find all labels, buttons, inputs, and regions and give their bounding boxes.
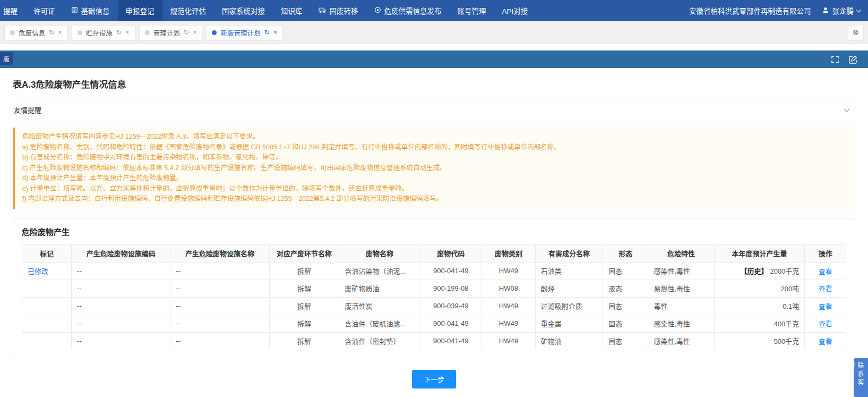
nav-item-standard-assess[interactable]: 规范化评估 [162, 0, 214, 21]
col-header-harmful: 有害成分名称 [535, 244, 603, 262]
cell-facility-name: -- [170, 315, 269, 332]
cell-facility-code: -- [72, 297, 170, 315]
view-link[interactable]: 查看 [819, 285, 832, 293]
refresh-icon[interactable]: ↻ [49, 29, 54, 36]
cell-category: HW08 [482, 280, 535, 297]
nav-item-account-manage[interactable]: 账号管理 [450, 0, 494, 21]
nav-item-license[interactable]: 许可证 [25, 0, 63, 21]
cell-form: 固态 [603, 262, 648, 280]
nav-item-knowledge-base[interactable]: 知识库 [273, 0, 311, 21]
tab-label: 新版管理计划 [220, 28, 260, 38]
cell-action: 查看 [805, 297, 846, 315]
close-icon[interactable]: × [193, 29, 196, 36]
tab-new-management-plan[interactable]: 新版管理计划 ↻ × [206, 25, 283, 40]
fullscreen-icon[interactable] [831, 55, 839, 64]
tab-label: 危废信息 [19, 28, 45, 38]
col-header-action: 操作 [805, 244, 846, 262]
nav-item-basic-info[interactable]: 基础信息 [63, 0, 118, 21]
amount-value: 2000千克 [770, 267, 799, 275]
close-icon[interactable]: × [58, 29, 62, 36]
view-link[interactable]: 查看 [819, 302, 832, 310]
user-name: 张龙腾 [832, 5, 854, 16]
notice-line: c) 产生危险废物设施名称和编码：依据本标准第 5.4.2 部分填写的生产设施名… [22, 163, 848, 174]
nav-item-label: 知识库 [281, 5, 303, 16]
version-tag[interactable]: 版 [0, 52, 13, 65]
table-row: -- -- 拆解 含油件（密封垫） 900-041-49 HW49 矿物油 固态… [22, 332, 846, 350]
cell-waste-code: 900-039-49 [420, 297, 482, 315]
nav-item-label: 账号管理 [458, 5, 486, 16]
cell-stage: 拆解 [269, 332, 339, 350]
nav-item-reminder[interactable]: 提醒 [0, 0, 25, 21]
amount-value: 400千克 [774, 320, 800, 328]
main-content: 表A.3危险废物产生情况信息 友情提醒 危险废物产生情况填写内容参见HJ 125… [0, 68, 868, 397]
cell-amount: 【历史】2000千克 [714, 262, 805, 280]
amount-value: 0.1吨 [783, 302, 799, 310]
truck-icon [319, 6, 326, 15]
col-header-category: 废物类别 [482, 244, 535, 262]
refresh-icon[interactable]: ↻ [264, 29, 269, 36]
view-link[interactable]: 查看 [819, 320, 832, 328]
notice-line: b) 有害成分名称：危险废物中对环境有害的主要污染物名称，如苯系物、氰化物、砷等… [22, 153, 848, 163]
nav-item-label: API对接 [502, 5, 528, 16]
tab-waste-info[interactable]: 危废信息 ↻ × [4, 25, 68, 40]
refresh-icon[interactable]: ↻ [184, 29, 189, 36]
close-icon[interactable]: × [125, 29, 129, 36]
view-link[interactable]: 查看 [819, 267, 832, 275]
section-toolbar: 版 [0, 50, 868, 68]
broadcast-icon [374, 6, 381, 15]
view-link[interactable]: 查看 [819, 337, 832, 345]
cell-category: HW49 [482, 315, 535, 332]
cell-waste-name: 含油沾染物（油泥... [339, 262, 420, 280]
amount-value: 500千克 [774, 337, 800, 345]
cell-harmful: 矿物油 [535, 332, 603, 350]
user-menu[interactable]: 张龙腾 [822, 5, 861, 16]
reminder-title: 友情提醒 [14, 105, 41, 115]
nav-item-supply-demand-publish[interactable]: 危废供需信息发布 [366, 0, 450, 21]
edit-icon[interactable] [849, 55, 857, 64]
cell-mark [22, 280, 72, 297]
nav-item-api[interactable]: API对接 [494, 0, 536, 21]
close-icon[interactable]: × [273, 29, 277, 36]
cell-harmful: 过滤吸附介质 [535, 297, 603, 315]
cell-hazard: 感染性,毒性 [648, 262, 714, 280]
tab-label: 贮存设施 [86, 28, 113, 38]
notice-line: d) 本年度预计产生量：本年度预计产生的危险废物量。 [22, 173, 848, 184]
refresh-icon[interactable]: ↻ [116, 29, 122, 36]
table-row: -- -- 拆解 废矿物质油 900-199-08 HW08 酚烃 液态 易燃性… [22, 280, 846, 297]
friendly-reminder-header[interactable]: 友情提醒 [13, 98, 855, 121]
cell-harmful: 酚烃 [535, 280, 603, 297]
spacer [0, 44, 868, 50]
nav-item-label: 提醒 [3, 5, 18, 16]
tab-management-plan[interactable]: 管理计划 ↻ × [139, 25, 203, 40]
close-all-tabs-icon[interactable]: ⊗ [848, 25, 864, 40]
col-header-stage: 对应产废环节名称 [269, 244, 339, 262]
nav-right-area: 安徽省柏科洪武零部件再制造有限公司 张龙腾 [689, 0, 868, 21]
toolbar-icons [831, 55, 868, 64]
chevron-down-icon [856, 7, 862, 13]
nav-item-label: 基础信息 [81, 5, 110, 16]
cell-waste-name: 含油件（废机油滤... [339, 315, 420, 332]
nav-item-waste-transfer[interactable]: 固废转移 [311, 0, 366, 21]
cell-form: 固态 [603, 297, 648, 315]
user-icon [822, 6, 829, 15]
nav-item-label: 规范化评估 [170, 5, 207, 16]
history-tag[interactable]: 【历史】 [740, 267, 768, 275]
col-header-facility-code: 产生危险废物设施编码 [72, 244, 170, 262]
cell-form: 固态 [603, 332, 648, 350]
chevron-down-icon[interactable] [844, 106, 849, 112]
cell-waste-name: 废矿物质油 [339, 280, 420, 297]
notice-line: a) 危险废物名称、类别、代码和危险特性：依据《国家危险废物名录》或根据 GB … [22, 142, 848, 153]
next-step-button[interactable]: 下一步 [412, 370, 456, 388]
clipboard-icon [71, 6, 78, 15]
cell-amount: 200吨 [714, 280, 805, 297]
nav-item-declare-register[interactable]: 申报登记 [118, 0, 162, 21]
nav-item-national-system[interactable]: 国家系统对接 [214, 0, 273, 21]
modified-badge[interactable]: 已修改 [28, 267, 48, 275]
tab-storage-facility[interactable]: 贮存设施 ↻ × [72, 25, 135, 40]
cell-facility-code: -- [72, 332, 170, 350]
waste-table: 标记 产生危险废物设施编码 产生危险废物设施名称 对应产废环节名称 废物名称 废… [22, 244, 846, 350]
cell-action: 查看 [805, 280, 846, 297]
contact-support-button[interactable]: 联系客服 [854, 358, 868, 397]
cell-waste-name: 废活性炭 [339, 297, 420, 315]
amount-value: 200吨 [781, 285, 800, 293]
